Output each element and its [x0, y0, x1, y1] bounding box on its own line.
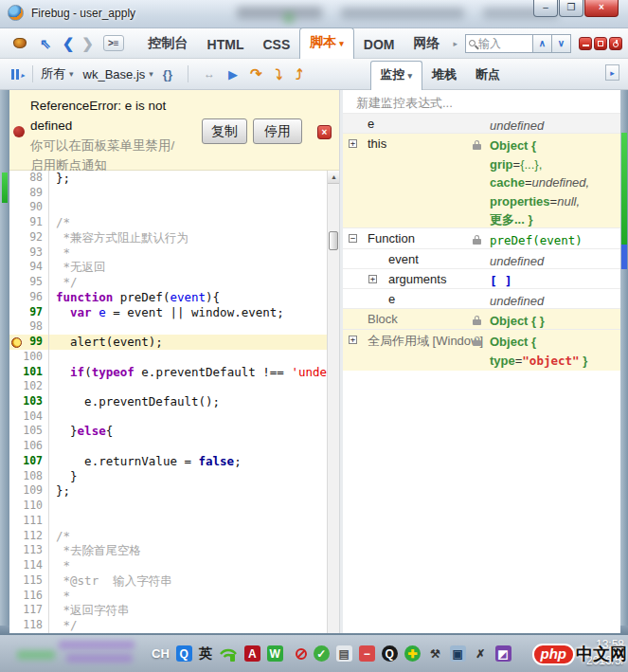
- line-number[interactable]: 111: [9, 514, 49, 529]
- line-number[interactable]: 116: [9, 589, 49, 604]
- line-number[interactable]: 91: [9, 215, 49, 230]
- volume-muted-icon[interactable]: [290, 646, 307, 662]
- break-on-next-icon[interactable]: ▸: [11, 69, 25, 80]
- x-utility-icon[interactable]: ✗: [473, 645, 489, 662]
- line-number[interactable]: 89: [9, 186, 49, 201]
- qq-pinyin-ime-icon[interactable]: Q: [176, 645, 192, 662]
- expand-icon[interactable]: +: [349, 336, 357, 344]
- window-minimize-button[interactable]: –: [533, 0, 558, 17]
- line-number[interactable]: 98: [9, 319, 49, 335]
- hammer-tool-icon[interactable]: ⚒: [427, 645, 443, 662]
- line-number[interactable]: 100: [9, 350, 49, 365]
- rerun-icon[interactable]: ↔: [204, 67, 215, 81]
- code-scrollbar-thumb[interactable]: [329, 231, 338, 250]
- copy-button[interactable]: 复制: [202, 118, 247, 144]
- expand-icon[interactable]: +: [368, 275, 377, 283]
- line-number[interactable]: 88: [9, 171, 49, 186]
- line-number[interactable]: 114: [9, 558, 49, 573]
- line-number[interactable]: 107: [9, 454, 49, 469]
- firebug-deactivate-button[interactable]: [609, 37, 622, 50]
- continue-icon[interactable]: ▶: [228, 67, 238, 82]
- line-number[interactable]: 103: [9, 394, 49, 409]
- watch-row-arguments[interactable]: +arguments[ ]: [343, 268, 620, 288]
- line-number[interactable]: 94: [9, 260, 49, 275]
- qq-messenger-icon[interactable]: Q: [382, 645, 398, 662]
- command-line-icon[interactable]: >≡: [103, 35, 124, 51]
- tab-脚本[interactable]: 脚本▾: [299, 27, 354, 59]
- watch-row-Block[interactable]: BlockObject { }: [343, 308, 620, 329]
- line-number[interactable]: 101: [9, 365, 49, 380]
- breakpoint-current-line-icon[interactable]: [11, 337, 22, 348]
- wifi-icon[interactable]: [219, 646, 238, 662]
- line-number[interactable]: 117: [9, 603, 49, 618]
- search-input[interactable]: [478, 37, 526, 50]
- line-number[interactable]: 109: [9, 483, 49, 499]
- adobe-icon[interactable]: A: [244, 645, 260, 662]
- lang-chinese-indicator[interactable]: CH: [152, 646, 170, 661]
- coin-plus-icon[interactable]: ✚: [404, 645, 421, 662]
- firebug-minimize-button[interactable]: [579, 37, 592, 50]
- search-prev-button[interactable]: ∧: [533, 34, 552, 53]
- display-monitor-icon[interactable]: ▣: [450, 645, 466, 662]
- script-filter-dropdown[interactable]: 所有: [41, 65, 65, 82]
- history-back-icon[interactable]: ❮: [63, 35, 75, 52]
- line-number[interactable]: 110: [9, 499, 49, 514]
- watch-row-this[interactable]: +thisObject { grip={...},cache=undefined…: [343, 133, 620, 227]
- pretty-print-icon[interactable]: {}: [163, 67, 172, 82]
- security-shield-icon[interactable]: ✓: [314, 645, 330, 662]
- line-number[interactable]: 105: [9, 424, 49, 439]
- window-restore-button[interactable]: ❐: [559, 0, 583, 17]
- side-tab-断点[interactable]: 断点: [466, 62, 510, 90]
- side-tab-监控[interactable]: 监控▾: [370, 61, 423, 90]
- line-number[interactable]: 112: [9, 529, 49, 544]
- code-scrollbar[interactable]: ▲: [327, 171, 339, 633]
- watch-row-event[interactable]: eventundefined: [343, 248, 620, 268]
- firebug-detach-button[interactable]: [594, 37, 607, 50]
- collapse-icon[interactable]: −: [349, 234, 357, 243]
- watch-row-e[interactable]: eundefined: [343, 113, 620, 133]
- line-number[interactable]: 95: [9, 275, 49, 290]
- watch-row-全局作用域-Window-[interactable]: +全局作用域 [Window]Object { type="object" }: [343, 329, 620, 371]
- notification-close-icon[interactable]: ×: [317, 125, 332, 139]
- tab-overflow-icon[interactable]: ▸: [453, 39, 458, 48]
- script-file-dropdown[interactable]: wk_Base.js: [83, 67, 146, 82]
- line-number[interactable]: 90: [9, 200, 49, 215]
- line-number[interactable]: 99: [9, 335, 49, 350]
- tab-控制台[interactable]: 控制台: [139, 29, 198, 59]
- lang-english-indicator[interactable]: 英: [199, 645, 212, 663]
- line-number[interactable]: 104: [9, 409, 49, 425]
- watch-row-e[interactable]: eundefined: [343, 288, 620, 308]
- graphics-utility-icon[interactable]: ◩: [495, 645, 511, 662]
- line-number[interactable]: 113: [9, 543, 49, 558]
- inspect-element-icon[interactable]: ⇖: [40, 36, 51, 51]
- expand-icon[interactable]: +: [349, 139, 357, 148]
- tab-网络[interactable]: 网络: [404, 29, 449, 59]
- line-number[interactable]: 96: [9, 290, 49, 305]
- step-into-icon[interactable]: ⤵: [276, 66, 283, 82]
- line-number[interactable]: 106: [9, 439, 49, 454]
- step-out-icon[interactable]: ⤴: [296, 66, 303, 82]
- search-box[interactable]: [465, 34, 533, 53]
- line-number[interactable]: 92: [9, 230, 49, 245]
- tab-HTML[interactable]: HTML: [198, 31, 254, 59]
- step-over-icon[interactable]: ↷: [250, 65, 262, 82]
- search-next-button[interactable]: ∨: [552, 34, 571, 53]
- tab-CSS[interactable]: CSS: [253, 31, 299, 59]
- window-close-button[interactable]: ×: [584, 0, 619, 17]
- new-watch-expression-row[interactable]: 新建监控表达式...: [343, 90, 620, 113]
- line-number[interactable]: 97: [9, 305, 49, 320]
- line-number[interactable]: 93: [9, 245, 49, 261]
- disable-button[interactable]: 停用: [253, 118, 302, 144]
- line-number[interactable]: 118: [9, 618, 49, 633]
- tab-DOM[interactable]: DOM: [354, 31, 404, 59]
- side-tab-堆栈[interactable]: 堆栈: [422, 62, 466, 90]
- line-number[interactable]: 115: [9, 573, 49, 589]
- clipboard-device-icon[interactable]: ▤: [336, 645, 352, 662]
- line-number[interactable]: 108: [9, 469, 49, 484]
- panel-overflow-button[interactable]: ▸: [605, 64, 619, 81]
- history-forward-icon[interactable]: ❯: [81, 35, 94, 52]
- contacts-busy-icon[interactable]: −: [359, 645, 375, 662]
- wacom-icon[interactable]: W: [267, 645, 283, 662]
- line-number[interactable]: 102: [9, 379, 49, 394]
- watch-row-Function[interactable]: −FunctionpreDef(event): [343, 227, 620, 248]
